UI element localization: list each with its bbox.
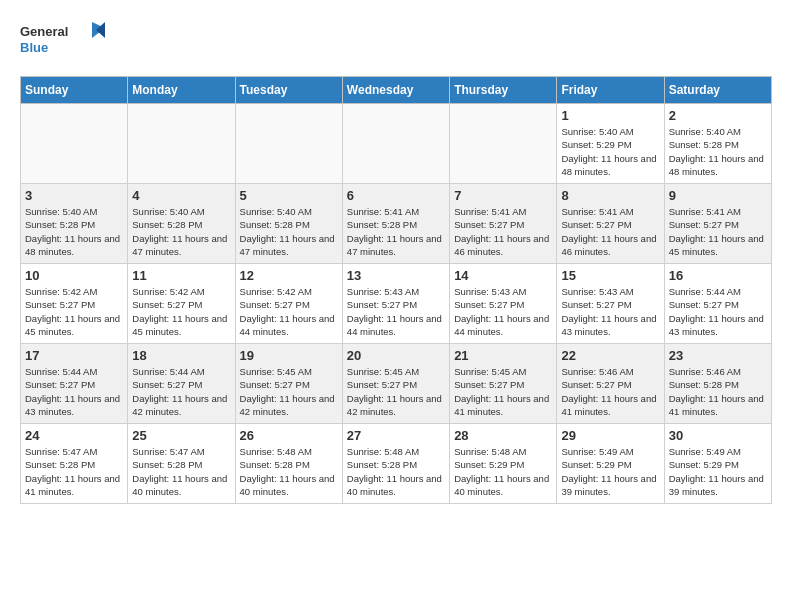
calendar-week-row: 1Sunrise: 5:40 AM Sunset: 5:29 PM Daylig… xyxy=(21,104,772,184)
calendar-cell xyxy=(342,104,449,184)
day-number: 4 xyxy=(132,188,230,203)
day-info: Sunrise: 5:47 AM Sunset: 5:28 PM Dayligh… xyxy=(25,445,123,498)
day-number: 6 xyxy=(347,188,445,203)
day-number: 23 xyxy=(669,348,767,363)
calendar-cell: 3Sunrise: 5:40 AM Sunset: 5:28 PM Daylig… xyxy=(21,184,128,264)
weekday-header: Friday xyxy=(557,77,664,104)
page-header: General Blue xyxy=(20,20,772,60)
weekday-header: Tuesday xyxy=(235,77,342,104)
day-info: Sunrise: 5:44 AM Sunset: 5:27 PM Dayligh… xyxy=(25,365,123,418)
calendar-cell: 23Sunrise: 5:46 AM Sunset: 5:28 PM Dayli… xyxy=(664,344,771,424)
day-info: Sunrise: 5:49 AM Sunset: 5:29 PM Dayligh… xyxy=(561,445,659,498)
calendar-cell: 22Sunrise: 5:46 AM Sunset: 5:27 PM Dayli… xyxy=(557,344,664,424)
day-info: Sunrise: 5:47 AM Sunset: 5:28 PM Dayligh… xyxy=(132,445,230,498)
svg-marker-3 xyxy=(96,22,105,38)
day-info: Sunrise: 5:41 AM Sunset: 5:27 PM Dayligh… xyxy=(561,205,659,258)
day-number: 20 xyxy=(347,348,445,363)
day-number: 1 xyxy=(561,108,659,123)
calendar-cell: 5Sunrise: 5:40 AM Sunset: 5:28 PM Daylig… xyxy=(235,184,342,264)
calendar-cell: 16Sunrise: 5:44 AM Sunset: 5:27 PM Dayli… xyxy=(664,264,771,344)
calendar-cell xyxy=(450,104,557,184)
day-info: Sunrise: 5:42 AM Sunset: 5:27 PM Dayligh… xyxy=(240,285,338,338)
calendar-cell: 29Sunrise: 5:49 AM Sunset: 5:29 PM Dayli… xyxy=(557,424,664,504)
logo: General Blue xyxy=(20,20,110,60)
day-number: 28 xyxy=(454,428,552,443)
day-info: Sunrise: 5:40 AM Sunset: 5:28 PM Dayligh… xyxy=(240,205,338,258)
day-info: Sunrise: 5:42 AM Sunset: 5:27 PM Dayligh… xyxy=(132,285,230,338)
calendar-cell: 15Sunrise: 5:43 AM Sunset: 5:27 PM Dayli… xyxy=(557,264,664,344)
day-number: 13 xyxy=(347,268,445,283)
day-number: 25 xyxy=(132,428,230,443)
day-number: 16 xyxy=(669,268,767,283)
day-info: Sunrise: 5:45 AM Sunset: 5:27 PM Dayligh… xyxy=(347,365,445,418)
day-number: 11 xyxy=(132,268,230,283)
day-info: Sunrise: 5:44 AM Sunset: 5:27 PM Dayligh… xyxy=(669,285,767,338)
calendar-cell: 13Sunrise: 5:43 AM Sunset: 5:27 PM Dayli… xyxy=(342,264,449,344)
day-number: 26 xyxy=(240,428,338,443)
day-number: 7 xyxy=(454,188,552,203)
day-info: Sunrise: 5:48 AM Sunset: 5:28 PM Dayligh… xyxy=(347,445,445,498)
calendar-cell: 7Sunrise: 5:41 AM Sunset: 5:27 PM Daylig… xyxy=(450,184,557,264)
calendar-cell xyxy=(21,104,128,184)
day-number: 17 xyxy=(25,348,123,363)
calendar-cell: 19Sunrise: 5:45 AM Sunset: 5:27 PM Dayli… xyxy=(235,344,342,424)
calendar-cell: 24Sunrise: 5:47 AM Sunset: 5:28 PM Dayli… xyxy=(21,424,128,504)
day-info: Sunrise: 5:46 AM Sunset: 5:28 PM Dayligh… xyxy=(669,365,767,418)
day-info: Sunrise: 5:43 AM Sunset: 5:27 PM Dayligh… xyxy=(347,285,445,338)
calendar-cell: 10Sunrise: 5:42 AM Sunset: 5:27 PM Dayli… xyxy=(21,264,128,344)
day-number: 22 xyxy=(561,348,659,363)
day-number: 2 xyxy=(669,108,767,123)
day-info: Sunrise: 5:48 AM Sunset: 5:28 PM Dayligh… xyxy=(240,445,338,498)
calendar-cell: 11Sunrise: 5:42 AM Sunset: 5:27 PM Dayli… xyxy=(128,264,235,344)
calendar-cell: 14Sunrise: 5:43 AM Sunset: 5:27 PM Dayli… xyxy=(450,264,557,344)
day-info: Sunrise: 5:46 AM Sunset: 5:27 PM Dayligh… xyxy=(561,365,659,418)
day-number: 15 xyxy=(561,268,659,283)
svg-text:Blue: Blue xyxy=(20,40,48,55)
logo-svg: General Blue xyxy=(20,20,110,60)
calendar-cell: 4Sunrise: 5:40 AM Sunset: 5:28 PM Daylig… xyxy=(128,184,235,264)
calendar-cell: 18Sunrise: 5:44 AM Sunset: 5:27 PM Dayli… xyxy=(128,344,235,424)
day-info: Sunrise: 5:44 AM Sunset: 5:27 PM Dayligh… xyxy=(132,365,230,418)
calendar-cell: 30Sunrise: 5:49 AM Sunset: 5:29 PM Dayli… xyxy=(664,424,771,504)
calendar-cell: 2Sunrise: 5:40 AM Sunset: 5:28 PM Daylig… xyxy=(664,104,771,184)
day-info: Sunrise: 5:48 AM Sunset: 5:29 PM Dayligh… xyxy=(454,445,552,498)
day-info: Sunrise: 5:40 AM Sunset: 5:28 PM Dayligh… xyxy=(669,125,767,178)
calendar-week-row: 10Sunrise: 5:42 AM Sunset: 5:27 PM Dayli… xyxy=(21,264,772,344)
calendar-cell xyxy=(235,104,342,184)
day-info: Sunrise: 5:40 AM Sunset: 5:28 PM Dayligh… xyxy=(132,205,230,258)
day-number: 30 xyxy=(669,428,767,443)
day-number: 12 xyxy=(240,268,338,283)
calendar-cell: 27Sunrise: 5:48 AM Sunset: 5:28 PM Dayli… xyxy=(342,424,449,504)
day-info: Sunrise: 5:40 AM Sunset: 5:28 PM Dayligh… xyxy=(25,205,123,258)
weekday-header: Wednesday xyxy=(342,77,449,104)
calendar-cell: 9Sunrise: 5:41 AM Sunset: 5:27 PM Daylig… xyxy=(664,184,771,264)
weekday-header: Thursday xyxy=(450,77,557,104)
day-number: 3 xyxy=(25,188,123,203)
day-number: 9 xyxy=(669,188,767,203)
calendar-cell: 28Sunrise: 5:48 AM Sunset: 5:29 PM Dayli… xyxy=(450,424,557,504)
day-number: 18 xyxy=(132,348,230,363)
calendar-cell: 25Sunrise: 5:47 AM Sunset: 5:28 PM Dayli… xyxy=(128,424,235,504)
svg-text:General: General xyxy=(20,24,68,39)
calendar-week-row: 3Sunrise: 5:40 AM Sunset: 5:28 PM Daylig… xyxy=(21,184,772,264)
weekday-header-row: SundayMondayTuesdayWednesdayThursdayFrid… xyxy=(21,77,772,104)
day-info: Sunrise: 5:45 AM Sunset: 5:27 PM Dayligh… xyxy=(240,365,338,418)
day-info: Sunrise: 5:41 AM Sunset: 5:27 PM Dayligh… xyxy=(454,205,552,258)
day-number: 24 xyxy=(25,428,123,443)
calendar-cell: 8Sunrise: 5:41 AM Sunset: 5:27 PM Daylig… xyxy=(557,184,664,264)
calendar-week-row: 17Sunrise: 5:44 AM Sunset: 5:27 PM Dayli… xyxy=(21,344,772,424)
calendar-week-row: 24Sunrise: 5:47 AM Sunset: 5:28 PM Dayli… xyxy=(21,424,772,504)
day-info: Sunrise: 5:43 AM Sunset: 5:27 PM Dayligh… xyxy=(561,285,659,338)
day-info: Sunrise: 5:42 AM Sunset: 5:27 PM Dayligh… xyxy=(25,285,123,338)
day-number: 27 xyxy=(347,428,445,443)
day-info: Sunrise: 5:41 AM Sunset: 5:28 PM Dayligh… xyxy=(347,205,445,258)
day-info: Sunrise: 5:45 AM Sunset: 5:27 PM Dayligh… xyxy=(454,365,552,418)
calendar-cell: 12Sunrise: 5:42 AM Sunset: 5:27 PM Dayli… xyxy=(235,264,342,344)
day-info: Sunrise: 5:43 AM Sunset: 5:27 PM Dayligh… xyxy=(454,285,552,338)
day-number: 10 xyxy=(25,268,123,283)
day-number: 19 xyxy=(240,348,338,363)
calendar-cell: 17Sunrise: 5:44 AM Sunset: 5:27 PM Dayli… xyxy=(21,344,128,424)
day-info: Sunrise: 5:40 AM Sunset: 5:29 PM Dayligh… xyxy=(561,125,659,178)
day-number: 14 xyxy=(454,268,552,283)
calendar-cell: 21Sunrise: 5:45 AM Sunset: 5:27 PM Dayli… xyxy=(450,344,557,424)
